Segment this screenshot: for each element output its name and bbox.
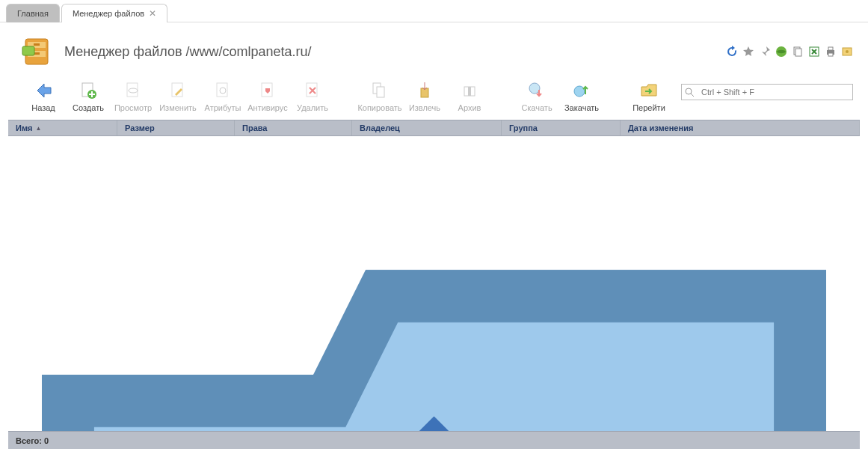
tab-file-manager[interactable]: Менеджер файлов ✕ xyxy=(61,4,167,22)
copy-button[interactable]: Копировать xyxy=(357,81,402,112)
col-group-label: Группа xyxy=(509,123,538,132)
document-pencil-icon xyxy=(168,81,188,100)
search-wrap xyxy=(681,84,853,100)
col-name[interactable]: Имя ▲ xyxy=(8,120,117,135)
globe-down-icon xyxy=(527,81,547,100)
svg-rect-8 xyxy=(795,49,801,56)
back-button[interactable]: Назад xyxy=(21,81,66,112)
document-eye-icon xyxy=(123,81,143,100)
delete-button[interactable]: Удалить xyxy=(290,81,335,112)
search-input[interactable] xyxy=(681,84,853,100)
attributes-label: Атрибуты xyxy=(205,103,241,112)
copy-label: Копировать xyxy=(357,103,401,112)
copy-icon[interactable] xyxy=(792,46,804,58)
search-icon xyxy=(684,87,695,97)
sort-asc-icon: ▲ xyxy=(35,125,41,132)
col-group[interactable]: Группа xyxy=(502,120,621,135)
table-body xyxy=(8,136,860,449)
create-label: Создать xyxy=(73,103,104,112)
goto-button[interactable]: Перейти xyxy=(627,81,671,112)
total-value: 0 xyxy=(44,436,49,445)
attributes-button[interactable]: Атрибуты xyxy=(200,81,245,112)
page-title: Менеджер файлов /www/comlpaneta.ru/ xyxy=(64,44,312,60)
refresh-icon[interactable] xyxy=(726,46,738,58)
globe-up-icon xyxy=(572,81,591,100)
status-bar: Всего: 0 xyxy=(8,431,860,449)
preview-button[interactable]: Просмотр xyxy=(111,81,156,112)
svg-point-29 xyxy=(529,83,540,94)
document-shield-icon xyxy=(258,81,277,100)
svg-point-30 xyxy=(574,86,585,97)
svg-rect-11 xyxy=(828,47,833,50)
download-button[interactable]: Скачать xyxy=(514,81,559,112)
tab-main-label: Главная xyxy=(17,9,49,18)
file-cabinet-icon xyxy=(21,36,52,67)
back-label: Назад xyxy=(31,103,55,112)
table-header: Имя ▲ Размер Права Владелец Группа Дата … xyxy=(8,120,860,136)
tab-close-icon[interactable]: ✕ xyxy=(149,9,156,18)
total-label: Всего: xyxy=(16,436,42,445)
col-owner[interactable]: Владелец xyxy=(352,120,502,135)
col-name-label: Имя xyxy=(16,123,32,132)
antivirus-button[interactable]: Антивирус xyxy=(245,81,290,112)
col-size[interactable]: Размер xyxy=(117,120,235,135)
svg-point-31 xyxy=(686,88,692,94)
col-perm[interactable]: Права xyxy=(235,120,352,135)
create-button[interactable]: Создать xyxy=(66,81,111,112)
pin-icon[interactable] xyxy=(759,46,771,58)
settings-icon[interactable] xyxy=(841,46,853,58)
col-perm-label: Права xyxy=(242,123,267,132)
arrow-left-icon xyxy=(34,81,53,100)
document-gear-icon xyxy=(213,81,233,100)
document-x-icon xyxy=(303,81,322,100)
print-icon[interactable] xyxy=(825,46,837,58)
documents-icon xyxy=(370,81,390,100)
title-bar: Менеджер файлов /www/comlpaneta.ru/ xyxy=(0,22,868,81)
excel-icon[interactable] xyxy=(808,46,820,58)
toolbar: Назад Создать Просмотр Изменить Атрибуты… xyxy=(0,81,868,120)
preview-label: Просмотр xyxy=(114,103,152,112)
edit-label: Изменить xyxy=(159,103,197,112)
upload-button[interactable]: Закачать xyxy=(559,81,604,112)
tab-strip: Главная Менеджер файлов ✕ xyxy=(0,0,868,22)
extract-label: Извлечь xyxy=(409,103,440,112)
title-actions xyxy=(726,46,853,58)
col-date[interactable]: Дата изменения xyxy=(621,120,860,135)
extract-icon xyxy=(415,81,434,100)
extract-button[interactable]: Извлечь xyxy=(402,81,447,112)
edit-button[interactable]: Изменить xyxy=(156,81,200,112)
favorite-icon[interactable] xyxy=(742,46,754,58)
document-plus-icon xyxy=(79,81,98,100)
download-label: Скачать xyxy=(521,103,552,112)
svg-rect-25 xyxy=(377,87,384,97)
archive-button[interactable]: Архив xyxy=(447,81,492,112)
tab-file-manager-label: Менеджер файлов xyxy=(73,9,144,18)
col-size-label: Размер xyxy=(125,123,155,132)
svg-rect-5 xyxy=(22,46,34,55)
svg-rect-12 xyxy=(828,53,833,56)
tab-main[interactable]: Главная xyxy=(6,4,60,22)
svg-rect-28 xyxy=(468,87,471,96)
archive-label: Архив xyxy=(458,103,481,112)
svg-rect-3 xyxy=(34,43,40,46)
upload-label: Закачать xyxy=(564,103,599,112)
globe-icon[interactable] xyxy=(775,46,787,58)
col-owner-label: Владелец xyxy=(360,123,400,132)
title-left: Менеджер файлов /www/comlpaneta.ru/ xyxy=(21,36,312,67)
delete-label: Удалить xyxy=(297,103,328,112)
svg-point-14 xyxy=(846,50,849,53)
antivirus-label: Антивирус xyxy=(247,103,287,112)
col-date-label: Дата изменения xyxy=(628,123,693,132)
goto-label: Перейти xyxy=(632,103,665,112)
folder-arrow-icon xyxy=(639,81,659,100)
archive-icon xyxy=(460,81,479,100)
